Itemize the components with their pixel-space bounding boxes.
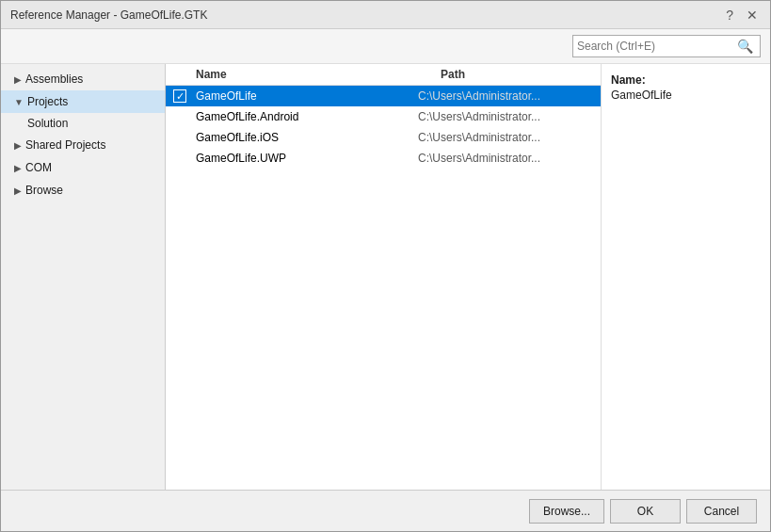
sidebar-label-com: COM bbox=[25, 161, 52, 174]
sidebar-item-solution[interactable]: Solution bbox=[1, 113, 165, 134]
detail-panel: Name: GameOfLife bbox=[601, 64, 770, 490]
arrow-icon-browse: ▶ bbox=[14, 185, 22, 196]
top-bar: 🔍 bbox=[1, 29, 770, 64]
name-cell: GameOfLife.UWP bbox=[196, 152, 418, 165]
sidebar-label-shared-projects: Shared Projects bbox=[25, 138, 105, 152]
title-bar: Reference Manager - GameOfLife.GTK ? ✕ bbox=[1, 1, 770, 29]
reference-manager-dialog: Reference Manager - GameOfLife.GTK ? ✕ 🔍… bbox=[0, 0, 771, 532]
footer: Browse... OK Cancel bbox=[1, 490, 770, 531]
name-cell: GameOfLife.iOS bbox=[196, 131, 418, 144]
title-bar-controls: ? ✕ bbox=[723, 8, 761, 23]
help-button[interactable]: ? bbox=[723, 8, 736, 23]
search-box: 🔍 bbox=[572, 35, 761, 57]
dialog-title: Reference Manager - GameOfLife.GTK bbox=[10, 8, 207, 22]
table-body: ✓GameOfLifeC:\Users\Administrator...Game… bbox=[166, 86, 601, 490]
path-cell: C:\Users\Administrator... bbox=[418, 110, 593, 123]
content-area: ▶ Assemblies▼ ProjectsSolution▶ Shared P… bbox=[1, 64, 770, 490]
sidebar-item-projects[interactable]: ▼ Projects bbox=[1, 90, 165, 113]
checkbox-checked-icon: ✓ bbox=[173, 89, 186, 103]
detail-name-label: Name: bbox=[611, 73, 761, 87]
sidebar-item-shared-projects[interactable]: ▶ Shared Projects bbox=[1, 134, 165, 156]
table-header: Name Path bbox=[166, 64, 601, 86]
sidebar: ▶ Assemblies▼ ProjectsSolution▶ Shared P… bbox=[1, 64, 166, 490]
arrow-icon-com: ▶ bbox=[14, 163, 22, 173]
ok-button[interactable]: OK bbox=[610, 499, 681, 524]
checkbox-cell: ✓ bbox=[173, 89, 196, 103]
sidebar-label-projects: Projects bbox=[27, 95, 68, 108]
sidebar-item-assemblies[interactable]: ▶ Assemblies bbox=[1, 68, 165, 90]
arrow-icon-assemblies: ▶ bbox=[14, 74, 22, 85]
path-cell: C:\Users\Administrator... bbox=[418, 89, 593, 103]
table-row[interactable]: GameOfLife.UWPC:\Users\Administrator... bbox=[166, 148, 601, 169]
dialog-body: 🔍 ▶ Assemblies▼ ProjectsSolution▶ Shared… bbox=[1, 29, 770, 490]
search-input[interactable] bbox=[577, 40, 737, 53]
search-icon-button[interactable]: 🔍 bbox=[737, 39, 753, 54]
table-row[interactable]: GameOfLife.AndroidC:\Users\Administrator… bbox=[166, 106, 601, 127]
sidebar-item-browse[interactable]: ▶ Browse bbox=[1, 179, 165, 202]
name-cell: GameOfLife.Android bbox=[196, 110, 418, 123]
arrow-icon-projects: ▼ bbox=[14, 97, 24, 107]
name-cell: GameOfLife bbox=[196, 89, 418, 103]
sidebar-item-com[interactable]: ▶ COM bbox=[1, 156, 165, 179]
col-path-header: Path bbox=[441, 68, 593, 81]
sidebar-label-browse: Browse bbox=[25, 184, 63, 197]
close-button[interactable]: ✕ bbox=[744, 8, 761, 23]
table-row[interactable]: ✓GameOfLifeC:\Users\Administrator... bbox=[166, 86, 601, 106]
cancel-button[interactable]: Cancel bbox=[686, 499, 757, 524]
main-panel: Name Path ✓GameOfLifeC:\Users\Administra… bbox=[166, 64, 601, 490]
browse-button[interactable]: Browse... bbox=[529, 499, 604, 524]
table-row[interactable]: GameOfLife.iOSC:\Users\Administrator... bbox=[166, 127, 601, 148]
path-cell: C:\Users\Administrator... bbox=[418, 152, 593, 165]
col-name-header: Name bbox=[196, 68, 441, 81]
arrow-icon-shared-projects: ▶ bbox=[14, 140, 22, 151]
detail-name-value: GameOfLife bbox=[611, 89, 761, 102]
sidebar-label-assemblies: Assemblies bbox=[25, 73, 83, 86]
path-cell: C:\Users\Administrator... bbox=[418, 131, 593, 144]
